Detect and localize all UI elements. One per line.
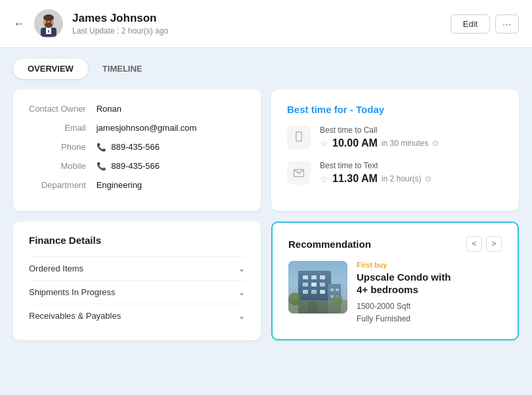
phone-call-icon (292, 131, 305, 144)
more-button[interactable]: ··· (495, 14, 519, 34)
svg-rect-24 (328, 284, 341, 314)
text-time-row: Best time to Text ☆ 11.30 AM in 2 hour(s… (287, 161, 503, 185)
call-time-info: Best time to Call ☆ 10.00 AM in 30 minut… (320, 126, 439, 149)
svg-rect-19 (320, 283, 325, 287)
finance-card: Finance Details Ordered Items ⌄ Shipment… (13, 221, 261, 340)
text-type-label: Best time to Text (320, 161, 432, 170)
text-time-info: Best time to Text ☆ 11.30 AM in 2 hour(s… (320, 161, 432, 185)
contact-card: Contact Owner Ronan Email jamesjohnson@g… (13, 89, 261, 211)
tab-timeline[interactable]: TIMELINE (88, 58, 157, 79)
phone-label: Phone (29, 142, 86, 152)
owner-value: Ronan (97, 104, 245, 114)
bottom-row: Finance Details Ordered Items ⌄ Shipment… (0, 221, 532, 354)
svg-rect-16 (320, 275, 325, 279)
back-button[interactable]: ← (13, 18, 25, 30)
mobile-label: Mobile (29, 161, 86, 171)
text-time-relative: in 2 hour(s) (382, 174, 422, 183)
svg-rect-15 (311, 275, 317, 279)
svg-point-7 (46, 21, 47, 22)
receivables-chevron: ⌄ (238, 312, 245, 321)
svg-rect-17 (303, 283, 308, 287)
svg-point-31 (332, 295, 343, 306)
svg-point-30 (288, 292, 301, 306)
svg-rect-29 (288, 300, 347, 314)
shipments-label: Shipments In Progress (29, 287, 116, 297)
department-label: Department (29, 180, 86, 190)
user-info: James Johnson Last Update : 2 hour(s) ag… (72, 12, 441, 35)
phone-value: 📞 889-435-566 (97, 142, 245, 152)
receivables-label: Receivables & Payables (29, 311, 121, 321)
finance-title: Finance Details (29, 235, 245, 246)
call-type-label: Best time to Call (320, 126, 439, 135)
svg-rect-20 (303, 290, 308, 294)
svg-rect-28 (336, 295, 339, 298)
svg-rect-21 (311, 290, 317, 294)
mobile-value: 📞 889-435-566 (97, 161, 245, 171)
rec-details: First buy Upscale Condo with 4+ bedrooms… (357, 261, 451, 325)
text-star-icon: ☆ (320, 174, 328, 184)
rec-image-visual (288, 261, 347, 314)
user-name: James Johnson (72, 12, 441, 25)
tabs: OVERVIEW TIMELINE (0, 48, 532, 79)
email-value: jamesjohnson@gmail.com (97, 123, 245, 133)
mobile-icon: 📞 (97, 162, 106, 171)
finance-item-ordered[interactable]: Ordered Items ⌄ (29, 256, 245, 280)
owner-label: Contact Owner (29, 104, 86, 114)
recommendation-card: Recommendation < > (271, 221, 519, 340)
svg-point-8 (50, 21, 51, 22)
department-value: Engineering (97, 180, 245, 190)
svg-rect-22 (320, 290, 325, 294)
rec-content: First buy Upscale Condo with 4+ bedrooms… (288, 261, 502, 325)
edit-button[interactable]: Edit (451, 14, 490, 34)
main-grid: Contact Owner Ronan Email jamesjohnson@g… (0, 79, 532, 221)
header: ← James Johnson Last Update : 2 hour(s) … (0, 0, 532, 48)
text-icon-box (287, 161, 311, 185)
call-icon-box (287, 126, 311, 149)
svg-rect-26 (336, 289, 339, 291)
text-clock-icon: ⊙ (425, 174, 432, 183)
finance-item-shipments[interactable]: Shipments In Progress ⌄ (29, 280, 245, 304)
call-clock-icon: ⊙ (432, 139, 439, 148)
svg-point-5 (43, 14, 54, 21)
call-time-value: 10.00 AM (332, 137, 378, 149)
best-time-header: Best time for - Today (287, 104, 503, 115)
call-star-icon: ☆ (320, 138, 328, 149)
email-label: Email (29, 123, 86, 133)
rec-spec: 1500-2000 Sqft Fully Furnished (357, 300, 451, 325)
contact-grid: Contact Owner Ronan Email jamesjohnson@g… (29, 104, 245, 190)
svg-point-6 (45, 22, 53, 28)
last-update: Last Update : 2 hour(s) ago (72, 26, 441, 35)
call-time-row: Best time to Call ☆ 10.00 AM in 30 minut… (287, 126, 503, 149)
phone-icon: 📞 (97, 143, 106, 152)
header-actions: Edit ··· (451, 14, 519, 34)
avatar (34, 9, 63, 38)
shipments-chevron: ⌄ (238, 288, 245, 297)
svg-rect-27 (330, 295, 334, 298)
rec-header: Recommendation < > (288, 236, 502, 252)
svg-rect-23 (308, 302, 317, 314)
rec-next-button[interactable]: > (486, 236, 502, 252)
svg-rect-18 (311, 283, 317, 287)
best-time-card: Best time for - Today Best time to Call … (271, 89, 519, 211)
envelope-icon (292, 166, 305, 179)
tab-overview[interactable]: OVERVIEW (13, 58, 88, 79)
call-value-row: ☆ 10.00 AM in 30 minutes ⊙ (320, 137, 439, 149)
rec-tag: First buy (357, 261, 451, 269)
rec-title: Recommendation (288, 239, 371, 250)
ordered-items-chevron: ⌄ (238, 264, 245, 273)
svg-rect-12 (288, 261, 347, 314)
svg-rect-14 (303, 275, 308, 279)
rec-name: Upscale Condo with 4+ bedrooms (357, 271, 451, 296)
ordered-items-label: Ordered Items (29, 264, 83, 273)
rec-prev-button[interactable]: < (466, 236, 482, 252)
text-value-row: ☆ 11.30 AM in 2 hour(s) ⊙ (320, 173, 432, 185)
finance-item-receivables[interactable]: Receivables & Payables ⌄ (29, 304, 245, 327)
text-time-value: 11.30 AM (332, 173, 378, 185)
call-time-relative: in 30 minutes (382, 139, 428, 148)
svg-rect-9 (296, 132, 301, 141)
svg-rect-25 (330, 289, 334, 291)
rec-image (288, 261, 347, 314)
rec-nav: < > (466, 236, 502, 252)
